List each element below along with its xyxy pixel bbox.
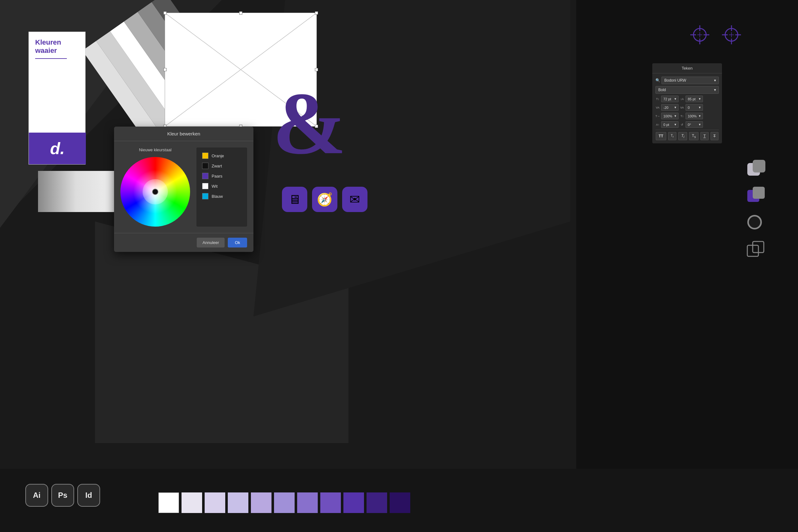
crosshair-svg-1: [690, 25, 709, 44]
hscale-field[interactable]: 100% ▾: [661, 113, 678, 119]
swatch-oranje[interactable]: Oranje: [200, 151, 244, 161]
kerning-field[interactable]: 0 ▾: [686, 104, 703, 111]
app-icon-ai[interactable]: Ai: [25, 484, 48, 507]
dialog-body: Nieuwe kleurstaal Oranje Zwart Paars: [114, 141, 253, 233]
tst-button[interactable]: T: [711, 132, 719, 140]
tracking-kerning-row: VA -20 ▾ VA 0 ▾: [655, 104, 719, 111]
tool-icon-2[interactable]: [746, 185, 766, 206]
strip-swatch-4[interactable]: [251, 492, 272, 513]
kleur-bewerken-dialog: Kleur bewerken Nieuwe kleurstaal Oranje …: [114, 127, 253, 252]
tt-button[interactable]: TT: [656, 132, 666, 140]
app-icon-ps[interactable]: Ps: [51, 484, 74, 507]
handle-tm[interactable]: [239, 12, 242, 15]
swatches-label: Nieuwe kleurstaal: [139, 148, 172, 152]
handle-ml[interactable]: [163, 68, 167, 71]
strip-swatch-3[interactable]: [228, 492, 248, 513]
swatch-blauw[interactable]: Blauw: [200, 191, 244, 201]
annuleer-button[interactable]: Annuleer: [197, 238, 224, 247]
ti-button[interactable]: Ti: [678, 132, 687, 140]
crosshair-svg-2: [722, 25, 741, 44]
app-label-id: Id: [85, 491, 92, 500]
tool-icon-2-svg: [746, 185, 766, 206]
font-size-field[interactable]: 72 pt ▾: [661, 96, 678, 102]
kw-card: Kleuren waaier d.: [29, 32, 86, 165]
handle-tr[interactable]: [315, 12, 318, 15]
app-icon-id[interactable]: Id: [77, 484, 100, 507]
handle-mr[interactable]: [315, 68, 318, 71]
tr-button[interactable]: Tr: [668, 132, 677, 140]
font-family-value: Bodoni URW: [664, 78, 686, 82]
search-icon: 🔍: [655, 78, 660, 82]
tool-icon-1-svg: [746, 158, 766, 179]
gradient-swatch: [38, 171, 114, 212]
ok-button[interactable]: Ok: [228, 238, 247, 247]
strip-swatch-5[interactable]: [274, 492, 295, 513]
svg-rect-17: [753, 187, 765, 199]
safari-emoji: 🧭: [317, 192, 333, 207]
typography-buttons: TT Tr Ti Ts T T: [655, 132, 719, 140]
svg-rect-15: [753, 160, 765, 172]
swatch-wit[interactable]: Wit: [200, 181, 244, 191]
strip-swatch-1[interactable]: [182, 492, 202, 513]
scale-row: T↔ 100% ▾ T↕ 100% ▾: [655, 113, 719, 119]
baseline-icon: A↑: [655, 123, 660, 126]
crosshair-area: [690, 25, 741, 44]
baseline-field[interactable]: 0 pt ▾: [661, 121, 678, 128]
teken-divider: [655, 130, 719, 130]
kw-card-letter: d.: [50, 139, 65, 158]
tool-icon-3-svg: [746, 212, 766, 233]
swatch-label-paars: Paars: [212, 174, 222, 178]
rotation-icon: ↺: [680, 123, 684, 126]
strip-swatch-6[interactable]: [297, 492, 318, 513]
teken-panel: Teken 🔍 Bodoni URW ▾ Bold ▾ T↕ 72 pt ▾ ↕…: [652, 63, 722, 144]
strip-swatch-7[interactable]: [320, 492, 341, 513]
chevron-down-icon: ▾: [714, 78, 716, 82]
tool-icon-1[interactable]: [746, 158, 766, 179]
dialog-footer: Annuleer Ok: [114, 233, 253, 252]
color-wheel[interactable]: [121, 157, 190, 227]
app-label-ps: Ps: [58, 491, 67, 500]
strip-swatch-10[interactable]: [389, 492, 410, 513]
ts-button[interactable]: Ts: [689, 132, 699, 140]
teken-panel-body: 🔍 Bodoni URW ▾ Bold ▾ T↕ 72 pt ▾ ↕A 85 p…: [652, 73, 722, 144]
dialog-left: Nieuwe kleurstaal: [121, 148, 190, 227]
tool-icon-3[interactable]: [746, 212, 766, 233]
mail-emoji: ✉: [349, 192, 360, 207]
strip-swatch-2[interactable]: [205, 492, 225, 513]
vscale-value: 100%: [688, 114, 696, 118]
tu-button[interactable]: T: [701, 132, 708, 140]
kw-card-line: [35, 58, 67, 59]
app-icons-row: Ai Ps Id: [25, 484, 100, 507]
leading-value: 85 pt: [688, 97, 695, 101]
swatch-strip: [158, 492, 410, 513]
swatch-paars[interactable]: Paars: [200, 171, 244, 181]
finder-icon[interactable]: 🖥: [282, 187, 307, 212]
tool-icon-4[interactable]: [746, 239, 766, 260]
tracking-field[interactable]: -20 ▾: [661, 104, 678, 111]
chevron-down-icon-9: ▾: [674, 122, 676, 127]
size-leading-row: T↕ 72 pt ▾ ↕A 85 pt ▾: [655, 96, 719, 102]
font-style-select[interactable]: Bold ▾: [655, 86, 719, 94]
baseline-rotation-row: A↑ 0 pt ▾ ↺ 0° ▾: [655, 121, 719, 128]
strip-swatch-0[interactable]: [158, 492, 179, 513]
strip-swatch-8[interactable]: [343, 492, 364, 513]
strip-swatch-9[interactable]: [366, 492, 387, 513]
leading-icon: ↕A: [680, 97, 684, 101]
kerning-value: 0: [688, 106, 690, 110]
kw-card-header: Kleuren waaier: [29, 32, 85, 65]
rotation-value: 0°: [688, 123, 691, 127]
leading-field[interactable]: 85 pt ▾: [686, 96, 703, 102]
swatch-box-oranje: [202, 153, 208, 159]
chevron-down-icon-6: ▾: [699, 106, 701, 110]
safari-icon[interactable]: 🧭: [312, 187, 338, 212]
swatch-zwart[interactable]: Zwart: [200, 161, 244, 171]
color-wheel-wrap[interactable]: [121, 157, 190, 227]
dialog-title: Kleur bewerken: [114, 127, 253, 141]
handle-tl[interactable]: [163, 12, 167, 15]
vscale-field[interactable]: 100% ▾: [686, 113, 703, 119]
kw-card-footer: d.: [29, 133, 86, 164]
rotation-field[interactable]: 0° ▾: [686, 121, 703, 128]
font-family-select[interactable]: Bodoni URW ▾: [661, 77, 719, 84]
mail-icon[interactable]: ✉: [342, 187, 367, 212]
swatch-label-oranje: Oranje: [212, 153, 224, 158]
